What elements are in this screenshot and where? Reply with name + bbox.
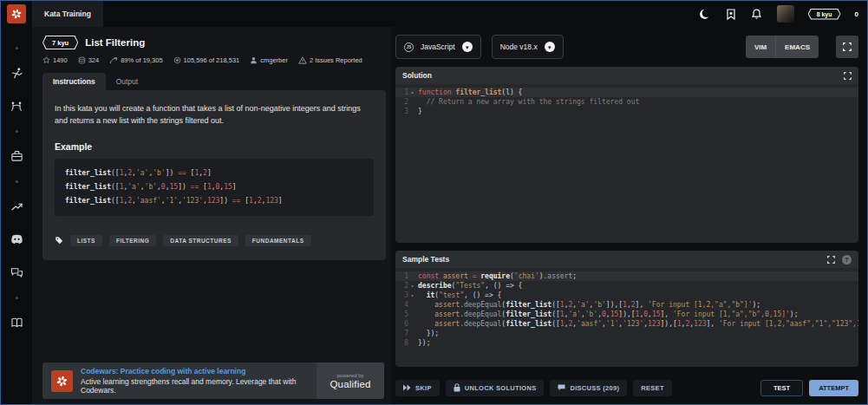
solution-editor[interactable]: 1▾function filter_list(l) {2 // Return a… [395, 84, 858, 243]
reset-button[interactable]: RESET [633, 380, 672, 396]
tab-output[interactable]: Output [106, 73, 149, 90]
promo-banner: Codewars: Practice coding with active le… [42, 363, 384, 399]
kata-rank-badge: 7 kyu [42, 36, 78, 49]
sparring-icon [10, 100, 23, 113]
sidebar-item-practice[interactable] [1, 56, 32, 89]
code-text: // Return a new array with the strings f… [416, 97, 639, 107]
stat-author[interactable]: cmgerber [250, 56, 288, 64]
user-rank-badge[interactable]: 8 kyu [808, 9, 841, 20]
codewars-ad-logo [51, 370, 73, 392]
help-icon[interactable]: ? [842, 255, 852, 265]
expand-icon [843, 42, 852, 51]
sidebar-item-discord[interactable] [1, 223, 32, 256]
code-line[interactable]: 2▾describe("Tests", () => { [395, 281, 858, 291]
sidebar-item-freestyle-sparring[interactable] [1, 89, 32, 122]
code-line[interactable]: 1const assert = require('chai').assert; [395, 271, 858, 281]
code-text: it("test", () => { [416, 291, 501, 300]
user-avatar[interactable] [777, 5, 794, 23]
promo-content: Codewars: Practice coding with active le… [42, 363, 317, 399]
notifications-bell-icon[interactable] [751, 8, 763, 20]
language-dropdown[interactable]: JS JavaScript ▾ [395, 35, 481, 59]
chevron-down-icon: ▾ [462, 42, 473, 52]
tab-instructions[interactable]: Instructions [42, 73, 106, 90]
tag-lists[interactable]: LISTS [70, 235, 102, 246]
fold-marker [408, 107, 416, 116]
code-line[interactable]: 3▾ it("test", () => { [395, 291, 858, 300]
line-number: 2 [395, 97, 408, 107]
line-number: 3 [395, 107, 408, 116]
promo-link[interactable]: Codewars: Practice coding with active le… [81, 367, 308, 376]
tags-row: LISTS FILTERING DATA STRUCTURES FUNDAMEN… [55, 235, 374, 246]
promo-body: Active learning strengthens recall and m… [81, 377, 308, 395]
code-line[interactable]: 8}); [395, 338, 858, 348]
emacs-mode-button[interactable]: EMACS [775, 36, 819, 58]
fold-marker [408, 310, 416, 319]
sidebar-item-forum[interactable] [1, 256, 32, 289]
editor-header: JS JavaScript ▾ Node v18.x ▾ VIM EMACS [395, 34, 858, 60]
stat-completions: 105,596 of 218,531 [173, 56, 240, 64]
tag-icon [55, 236, 63, 245]
sidebar [1, 27, 32, 404]
kata-info-panel: 7 kyu List Filtering 1490 324 89% of 19,… [32, 27, 391, 404]
stat-satisfaction: 89% of 19,305 [109, 56, 162, 64]
line-number: 4 [395, 300, 408, 310]
test-button[interactable]: TEST [760, 380, 803, 396]
code-line[interactable]: 7 }); [395, 329, 858, 338]
code-line: filter_list([1,'a','b',0,15]) == [1,0,15… [63, 180, 365, 194]
line-number: 7 [395, 329, 408, 338]
kata-title-row: 7 kyu List Filtering [42, 36, 386, 49]
line-number: 2 [395, 281, 408, 291]
discord-icon [10, 234, 23, 245]
code-text: } [416, 107, 422, 116]
sidebar-item-docs[interactable] [1, 306, 32, 339]
code-text: function filter_list(l) { [416, 88, 522, 97]
bookmark-star-icon[interactable] [725, 8, 737, 20]
attempt-button[interactable]: ATTEMPT [809, 380, 858, 396]
code-line[interactable]: 4 assert.deepEqual(filter_list([1,2,'a',… [395, 300, 858, 310]
codewars-logo[interactable] [7, 4, 26, 23]
instructions-card: In this kata you will create a function … [42, 90, 386, 260]
dark-mode-moon-icon[interactable] [699, 8, 711, 20]
tag-data-structures[interactable]: DATA STRUCTURES [163, 235, 238, 246]
fullscreen-button[interactable] [836, 36, 858, 58]
fold-marker[interactable]: ▾ [408, 88, 416, 97]
book-icon [10, 317, 23, 328]
tag-filtering[interactable]: FILTERING [109, 235, 156, 246]
vim-mode-button[interactable]: VIM [746, 36, 775, 58]
sample-tests-expand-button[interactable] [827, 256, 835, 264]
code-text: }); [416, 329, 439, 338]
skip-button[interactable]: SKIP [395, 380, 440, 396]
topbar: Kata Training 8 kyu 0 [1, 1, 867, 27]
code-line[interactable]: 6 assert.deepEqual(filter_list([1,2,'aas… [395, 319, 858, 329]
codewars-swirl-icon [10, 7, 23, 21]
fold-marker[interactable]: ▾ [408, 281, 416, 291]
fold-marker [408, 271, 416, 281]
code-text: filter_list([1,2,'aasf','1','123',123]) … [63, 194, 283, 208]
sidebar-item-careers[interactable] [1, 140, 32, 173]
fold-marker[interactable]: ▾ [408, 291, 416, 300]
sidebar-item-leaderboard[interactable] [1, 190, 32, 223]
sample-tests-editor[interactable]: 1const assert = require('chai').assert;2… [395, 268, 858, 367]
code-line[interactable]: 2 // Return a new array with the strings… [395, 97, 858, 107]
codewars-swirl-icon [55, 374, 69, 389]
satisfaction-icon [109, 56, 118, 64]
javascript-icon: JS [404, 42, 414, 52]
code-line[interactable]: 1▾function filter_list(l) { [395, 88, 858, 97]
solution-expand-button[interactable] [844, 72, 852, 80]
trending-up-icon [10, 201, 23, 212]
discuss-button[interactable]: DISCUSS (209) [550, 380, 627, 396]
expand-icon [827, 256, 835, 264]
code-line[interactable]: 3} [395, 107, 858, 116]
code-text: const assert = require('chai').assert; [416, 271, 577, 281]
code-line[interactable]: 5 assert.deepEqual(filter_list([1,'a','b… [395, 310, 858, 319]
instructions-tabs: Instructions Output [42, 73, 386, 90]
fast-forward-icon [403, 384, 411, 391]
qualified-brand-box[interactable]: powered by Qualified [317, 363, 384, 399]
solution-panel: Solution 1▾function filter_list(l) {2 //… [395, 67, 858, 243]
line-number: 3 [395, 291, 408, 300]
runtime-dropdown[interactable]: Node v18.x ▾ [492, 35, 564, 59]
unlock-solutions-button[interactable]: UNLOCK SOLUTIONS [446, 380, 545, 396]
line-number: 5 [395, 310, 408, 319]
tag-fundamentals[interactable]: FUNDAMENTALS [245, 235, 311, 246]
kata-training-tab[interactable]: Kata Training [32, 1, 103, 27]
